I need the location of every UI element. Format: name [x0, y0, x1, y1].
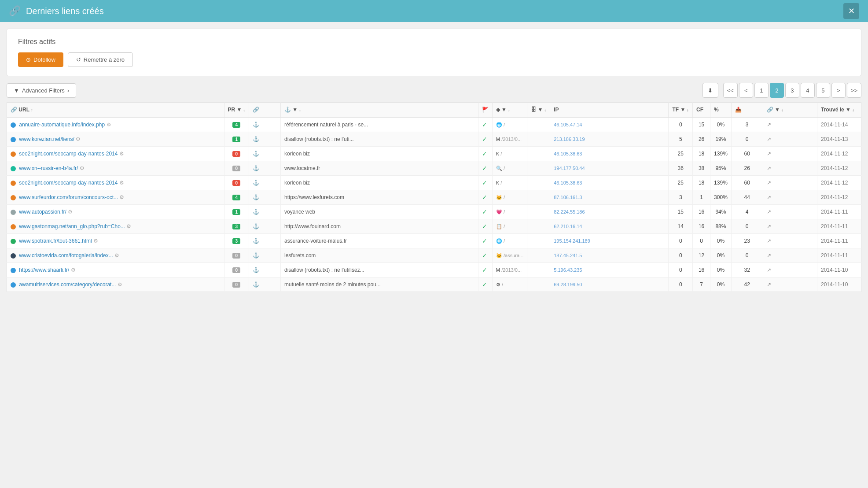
date-cell: 2014-11-12	[817, 176, 861, 190]
cms-path: /2013/0...	[501, 137, 522, 142]
url-link[interactable]: www.cristoevida.com/fotogaleria/index...	[19, 252, 113, 259]
url-link[interactable]: www.gastonmag.net/ann_glo.php?rub=Cho...	[19, 223, 125, 229]
page-1-label: 1	[760, 87, 763, 94]
url-link[interactable]: awamultiservices.com/category/decorat...	[19, 281, 116, 288]
page-5-button[interactable]: 5	[816, 83, 830, 98]
external-link-icon[interactable]: ↗	[767, 238, 771, 244]
cms-path: /	[504, 224, 505, 229]
external-link-icon[interactable]: ↗	[767, 122, 771, 128]
external-link-icon[interactable]: ↗	[767, 165, 771, 171]
cms-icon: K	[496, 180, 499, 185]
col-found-header[interactable]: Trouvé le ▼	[817, 103, 861, 118]
ip-cell: 194.177.50.44	[550, 161, 669, 176]
col-ext-header[interactable]: 🔗 ▼	[763, 103, 817, 118]
server-cell	[527, 147, 550, 161]
col-share-header[interactable]: 📤	[731, 103, 763, 118]
page-4-button[interactable]: 4	[801, 83, 815, 98]
url-link[interactable]: www.spotrank.fr/tout-3661.html	[19, 238, 92, 244]
external-link-icon[interactable]: ↗	[767, 209, 771, 215]
url-link[interactable]: www.autopassion.fr/	[19, 209, 66, 215]
ip-cell: 5.196.43.235	[550, 263, 669, 277]
page-2-button[interactable]: 2	[770, 83, 784, 98]
ip-cell: 46.105.38.63	[550, 176, 669, 190]
gear-icon[interactable]: ⚙	[68, 209, 73, 215]
site-icon	[11, 166, 16, 171]
page-3-button[interactable]: 3	[785, 83, 799, 98]
url-link[interactable]: www.korezian.net/liens/	[19, 136, 74, 142]
url-link[interactable]: annuaire-automatique.info/index.php	[19, 122, 105, 128]
share-cell: 60	[731, 147, 763, 161]
gear-icon[interactable]: ⚙	[119, 194, 124, 200]
external-link-icon[interactable]: ↗	[767, 136, 771, 142]
cf-cell: 38	[693, 161, 710, 176]
status-icon: ✓	[482, 165, 487, 172]
share-cell: 0	[731, 219, 763, 234]
cms-icon: 🐱	[496, 253, 502, 258]
gear-icon[interactable]: ⚙	[118, 281, 122, 288]
gear-icon[interactable]: ⚙	[119, 151, 124, 157]
status-icon: ✓	[482, 223, 487, 230]
url-cell: www.spotrank.fr/tout-3661.html ⚙	[7, 234, 224, 248]
external-link-icon[interactable]: ↗	[767, 151, 771, 157]
tf-cell: 36	[669, 161, 693, 176]
cms-cell: 🌐 /	[492, 117, 527, 132]
prev-page-button[interactable]: <	[739, 83, 753, 98]
cms-cell: M /2013/0...	[492, 263, 527, 277]
col-url-header[interactable]: 🔗 URL	[7, 103, 224, 118]
external-link-icon[interactable]: ↗	[767, 180, 771, 186]
url-link[interactable]: https://www.shaarli.fr/	[19, 267, 69, 273]
close-button[interactable]: ✕	[843, 3, 859, 19]
advanced-filters-button[interactable]: ▼ Advanced Filters ›	[7, 83, 76, 98]
col-pr-header[interactable]: PR ▼	[224, 103, 249, 118]
ip-cell: 62.210.16.14	[550, 219, 669, 234]
table-row: annuaire-automatique.info/index.php ⚙ 4 …	[7, 117, 861, 132]
col-tf-header[interactable]: TF ▼	[669, 103, 693, 118]
url-link[interactable]: www.surfeurdor.com/forum/concours-oct...	[19, 194, 118, 200]
anchor-cell: disallow (robots.txt) : ne l'utilisez...	[280, 263, 478, 277]
gear-icon[interactable]: ⚙	[80, 165, 85, 171]
filters-section: Filtres actifs ⊙ Dofollow ↺ Remettre à z…	[7, 29, 861, 76]
col-links-header[interactable]: 🔗	[249, 103, 281, 118]
url-link[interactable]: seo2night.com/seocamp-day-nantes-2014	[19, 180, 118, 186]
export-button[interactable]: ⬇	[702, 83, 718, 98]
col-check-header[interactable]: ◈ ▼	[492, 103, 527, 118]
url-cell: https://www.shaarli.fr/ ⚙	[7, 263, 224, 277]
gear-icon[interactable]: ⚙	[71, 267, 76, 273]
site-icon	[11, 253, 16, 259]
share-cell: 4	[731, 205, 763, 219]
external-link-icon[interactable]: ↗	[767, 281, 771, 288]
flag-cell: ✓	[478, 219, 492, 234]
external-link-icon[interactable]: ↗	[767, 252, 771, 259]
gear-icon[interactable]: ⚙	[93, 238, 98, 244]
external-link-icon[interactable]: ↗	[767, 194, 771, 200]
server-cell	[527, 277, 550, 292]
first-page-button[interactable]: <<	[723, 83, 738, 98]
gear-icon[interactable]: ⚙	[114, 252, 119, 259]
col-flag-header[interactable]: 🚩	[478, 103, 492, 118]
page-2-label: 2	[775, 87, 778, 94]
external-link-icon[interactable]: ↗	[767, 267, 771, 273]
gear-icon[interactable]: ⚙	[107, 122, 111, 128]
next-page-button[interactable]: >	[831, 83, 846, 98]
url-link[interactable]: www.xn--russir-en-b4a.fr/	[19, 165, 78, 171]
gear-icon[interactable]: ⚙	[126, 223, 131, 229]
dofollow-button[interactable]: ⊙ Dofollow	[18, 52, 63, 67]
ext-cell: ↗	[763, 219, 817, 234]
col-server-header[interactable]: 🗄 ▼	[527, 103, 550, 118]
links-cell: ⚓	[249, 277, 281, 292]
last-page-button[interactable]: >>	[847, 83, 861, 98]
url-cell: seo2night.com/seocamp-day-nantes-2014 ⚙	[7, 147, 224, 161]
col-anchor-header[interactable]: ⚓ ▼	[280, 103, 478, 118]
gear-icon[interactable]: ⚙	[76, 136, 81, 142]
ext-cell: ↗	[763, 234, 817, 248]
external-link-icon[interactable]: ↗	[767, 223, 771, 229]
links-cell: ⚓	[249, 219, 281, 234]
cf-cell: 15	[693, 117, 710, 132]
cms-cell: ⚙ /	[492, 277, 527, 292]
ext-cell: ↗	[763, 277, 817, 292]
table-row: www.gastonmag.net/ann_glo.php?rub=Cho...…	[7, 219, 861, 234]
url-link[interactable]: seo2night.com/seocamp-day-nantes-2014	[19, 151, 118, 157]
page-1-button[interactable]: 1	[754, 83, 769, 98]
gear-icon[interactable]: ⚙	[119, 180, 124, 186]
reset-button[interactable]: ↺ Remettre à zéro	[68, 52, 133, 67]
